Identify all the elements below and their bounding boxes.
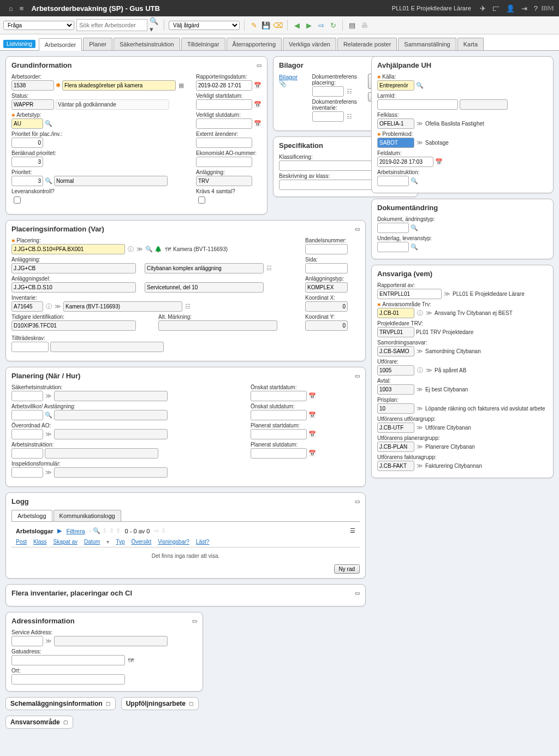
col-last[interactable]: Läst? [196, 539, 209, 545]
vstart-input[interactable] [196, 99, 252, 110]
calendar-icon[interactable]: 📅 [308, 412, 316, 419]
band-input[interactable] [305, 244, 348, 254]
print-icon[interactable]: 🖶 [359, 20, 369, 30]
goto-icon[interactable]: ≫ [443, 290, 451, 298]
rapdat-input[interactable] [196, 80, 252, 91]
goto-icon[interactable]: ≫ [136, 246, 144, 253]
avh-ai-input[interactable] [377, 176, 409, 186]
home-icon[interactable]: ⌂ [5, 4, 16, 13]
rap-input[interactable] [377, 289, 442, 299]
export-icon[interactable]: ⇨ [316, 20, 326, 30]
sa-input[interactable] [11, 636, 43, 646]
avt-input[interactable] [377, 384, 414, 395]
map-icon[interactable]: 🗺 [127, 657, 134, 664]
ky-input[interactable] [305, 320, 348, 331]
till-input[interactable] [11, 342, 49, 352]
tab-karta[interactable]: Karta [457, 38, 484, 50]
ber-prio-input[interactable] [11, 157, 43, 167]
lookup-icon[interactable]: 🔍 [411, 224, 418, 232]
goto-icon[interactable]: ≫ [416, 120, 424, 128]
lookup-icon[interactable]: 🔍 [411, 177, 418, 185]
info-icon[interactable]: ⓘ [416, 367, 424, 374]
krav-checkbox[interactable] [198, 197, 205, 204]
info-icon[interactable]: ⓘ [127, 246, 134, 253]
subtab-kommunikationslogg[interactable]: Kommunikationslogg [53, 510, 121, 521]
adel-input[interactable] [11, 282, 136, 293]
tab-relaterade[interactable]: Relaterade poster [337, 38, 397, 50]
goto-icon[interactable]: ≫ [45, 431, 52, 438]
oao-input[interactable] [11, 429, 43, 439]
tab-sakerhet[interactable]: Säkerhetsinstruktion [114, 38, 180, 50]
status-input[interactable] [11, 99, 54, 110]
col-post[interactable]: Post [16, 539, 27, 545]
tid-input[interactable] [11, 320, 136, 331]
dok-input[interactable] [377, 223, 409, 233]
lookup-icon[interactable]: 🔍 [45, 412, 52, 419]
si-input[interactable] [11, 391, 43, 401]
attachment-icon[interactable]: 📎 [279, 80, 287, 87]
plac-anl-input[interactable] [11, 263, 136, 273]
minimize-icon[interactable]: ▭ [355, 373, 360, 379]
doki-input[interactable] [312, 111, 344, 122]
pstart-input[interactable] [251, 429, 307, 439]
col-typ[interactable]: Typ [116, 539, 124, 545]
tab-aterrapportering[interactable]: Återrapportering [227, 38, 282, 50]
prio-input[interactable] [11, 176, 43, 186]
tab-arbetsorder[interactable]: Arbetsorder [39, 38, 82, 51]
goto-icon[interactable]: ≫ [416, 443, 424, 451]
new-icon[interactable]: ✎ [249, 20, 259, 30]
lookup-icon[interactable]: 🔍 [145, 246, 153, 253]
detail-icon[interactable]: ☷ [265, 265, 273, 272]
query-select[interactable]: Fråga [3, 21, 74, 30]
minimize-icon[interactable]: ▭ [355, 226, 360, 232]
uppf-collapsed[interactable]: Uppföljningsarbete▢ [121, 697, 199, 710]
ostart-input[interactable] [251, 391, 307, 401]
tab-verkliga[interactable]: Verkliga värden [283, 38, 336, 50]
bilagor-link[interactable]: Bilagor [279, 74, 298, 80]
goto-icon[interactable]: ≫ [45, 469, 52, 477]
calendar-icon[interactable]: 📅 [254, 82, 261, 90]
user-icon[interactable]: 👤 [503, 4, 518, 13]
prob-input[interactable] [377, 138, 414, 148]
search-input[interactable] [76, 19, 147, 31]
info-icon[interactable]: ⓘ [45, 303, 52, 311]
ansv-collapsed[interactable]: Ansvarsområde▢ [5, 716, 73, 729]
calendar-icon[interactable]: 📅 [308, 392, 316, 400]
oslut-input[interactable] [251, 410, 307, 420]
col-skapat[interactable]: Skapat av [53, 539, 77, 545]
lev-checkbox[interactable] [14, 197, 21, 204]
table-settings-icon[interactable]: ☰ [350, 527, 355, 534]
sam-input[interactable] [377, 346, 414, 356]
tab-planer[interactable]: Planer [83, 38, 112, 50]
larm-input[interactable] [377, 99, 458, 110]
goto-icon[interactable]: ≫ [416, 348, 424, 355]
col-klass[interactable]: Klass [33, 539, 46, 545]
utf-input[interactable] [377, 365, 414, 376]
listview-badge[interactable]: Listvisning [3, 40, 35, 48]
detail-icon[interactable]: ▦ [177, 82, 185, 90]
pl-input[interactable] [377, 327, 414, 337]
lookup-icon[interactable]: 🔍 [45, 120, 52, 128]
minimize-icon[interactable]: ▭ [355, 498, 360, 504]
anl-input[interactable] [196, 176, 252, 186]
plac-input[interactable] [11, 244, 125, 254]
help-icon[interactable]: ? [531, 4, 541, 13]
alt-input[interactable] [158, 320, 277, 331]
map-icon[interactable]: 🗺 [164, 246, 171, 253]
tab-tilldelningar[interactable]: Tilldelningar [181, 38, 225, 50]
next-icon[interactable]: ▶ [304, 20, 314, 30]
save-icon[interactable]: 💾 [261, 20, 271, 30]
vslut-input[interactable] [196, 118, 252, 129]
col-visningsbar[interactable]: Visningsbar? [158, 539, 189, 545]
goto-icon[interactable]: ≫ [416, 386, 424, 394]
ai-input[interactable] [11, 448, 43, 459]
goto-icon[interactable]: ≫ [54, 303, 62, 311]
calendar-icon[interactable]: 📅 [308, 431, 316, 438]
minimize-icon[interactable]: ▭ [257, 62, 261, 68]
inv-input[interactable] [11, 301, 43, 312]
sida-input[interactable] [305, 263, 348, 273]
calendar-icon[interactable]: 📅 [254, 101, 261, 109]
prev-icon[interactable]: ◀ [292, 20, 302, 30]
search-icon[interactable]: 🔍▾ [150, 20, 159, 30]
ort-input[interactable] [11, 674, 125, 684]
